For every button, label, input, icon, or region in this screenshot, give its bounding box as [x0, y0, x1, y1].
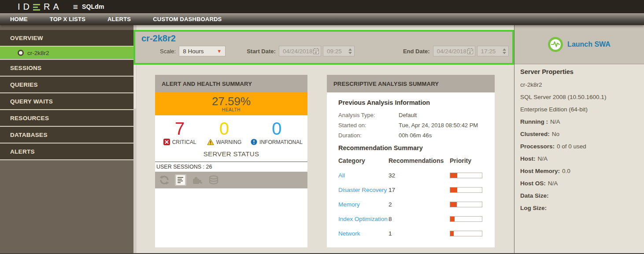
column-priority: Priority [450, 157, 485, 164]
launch-swa-label: Launch SWA [567, 40, 611, 48]
start-time-spinner[interactable] [348, 48, 352, 54]
sidebar: OVERVIEW cr-2k8r2 SESSIONS QUERIES QUERY… [0, 25, 133, 253]
logo-text-suffix: RA [44, 2, 62, 12]
server-status-label: SERVER STATUS [155, 150, 307, 158]
top-bar: ID RA ≡ SQLdm [0, 0, 644, 13]
critical-label: CRITICAL [172, 139, 196, 145]
nav-alerts[interactable]: ALERTS [107, 16, 131, 22]
nav-custom-dashboards[interactable]: CUSTOM DASHBOARDS [153, 16, 222, 22]
column-category: Category [338, 157, 389, 164]
alert-counts: 7 CRITICAL 0 WARNING 0 [155, 115, 307, 145]
start-date-label: Start Date: [247, 48, 276, 55]
sidebar-item-label: ALERTS [10, 148, 35, 155]
prescriptive-analysis-panel: PRESCRIPTIVE ANALYSIS SUMMARY Previous A… [327, 75, 495, 247]
refresh-icon[interactable] [159, 175, 170, 185]
start-time-input-wrap [323, 46, 355, 56]
category-link-all[interactable]: All [338, 172, 389, 179]
sidebar-item-alerts[interactable]: ALERTS [0, 144, 133, 160]
recommendation-row: All 32 [338, 172, 495, 179]
recommendation-table-header: Category Recommendations Priority [338, 157, 495, 164]
nav-home[interactable]: HOME [10, 16, 28, 22]
sidebar-item-label: SESSIONS [10, 65, 41, 71]
end-calendar-icon[interactable] [467, 48, 473, 54]
sidebar-item-overview[interactable]: OVERVIEW [0, 30, 133, 47]
end-time-spinner[interactable] [503, 48, 506, 54]
critical-count: 7 [175, 119, 185, 138]
priority-bar [450, 173, 482, 178]
nav-top-x-lists[interactable]: TOP X LISTS [50, 16, 85, 22]
main-content: cr-2k8r2 Scale: 8 Hours ▼ Start Date: [137, 25, 514, 253]
category-link-network[interactable]: Network [338, 230, 389, 237]
scale-dropdown[interactable]: 8 Hours ▼ [179, 46, 226, 56]
warning-icon [207, 139, 214, 145]
critical-icon [163, 139, 170, 145]
start-time-input[interactable] [323, 48, 348, 55]
end-date-label: End Date: [403, 48, 430, 55]
start-date-input[interactable] [279, 48, 313, 55]
user-sessions: USER SESSIONS : 26 [155, 162, 307, 172]
hamburger-menu-icon[interactable]: ≡ [73, 3, 78, 11]
property-server-name: cr-2k8r2 [520, 81, 640, 88]
duration-row: Duration: 00h 06m 46s [338, 132, 495, 139]
health-band: 27.59% HEALTH [155, 92, 307, 115]
database-icon[interactable] [208, 175, 220, 185]
started-on-row: Started on: Tue, Apr 24, 2018 08:50:42 P… [338, 122, 495, 129]
sidebar-item-databases[interactable]: DATABASES [0, 127, 133, 144]
recommendation-row: Memory 2 [338, 201, 495, 208]
priority-bar [450, 216, 482, 222]
logo-text-prefix: ID [18, 2, 33, 12]
column-recommendations: Recommendations [389, 157, 450, 164]
main-nav: HOME TOP X LISTS ALERTS CUSTOM DASHBOARD… [0, 13, 644, 25]
health-label: HEALTH [222, 107, 241, 112]
page-title: cr-2k8r2 [141, 33, 512, 44]
property-sql-version: SQL Server 2008 (10.50.1600.1) [520, 94, 640, 100]
informational-group: 0 INFORMATIONAL [248, 119, 306, 145]
server-properties-section: Server Properties cr-2k8r2 SQL Server 20… [514, 64, 644, 253]
property-clustered: Clustered:No [520, 131, 640, 137]
alert-health-summary-panel: ALERT AND HEALTH SUMMARY 27.59% HEALTH 7… [155, 75, 307, 247]
warning-group: 0 WARNING [202, 119, 247, 145]
end-date-input[interactable] [433, 48, 467, 55]
alert-panel-footer [155, 172, 307, 188]
sidebar-item-server-cr-2k8r2[interactable]: cr-2k8r2 [0, 47, 133, 60]
sidebar-item-label: OVERVIEW [10, 35, 43, 41]
sidebar-item-resources[interactable]: RESOURCES [0, 110, 133, 127]
server-properties-heading: Server Properties [520, 68, 640, 75]
report-icon[interactable] [175, 174, 186, 186]
category-link-memory[interactable]: Memory [338, 201, 389, 208]
sidebar-item-label: QUERIES [10, 81, 38, 88]
previous-analysis-heading: Previous Analysis Information [338, 99, 495, 106]
recommendation-row: Disaster Recovery 17 [338, 187, 495, 193]
category-link-index-optimization[interactable]: Index Optimization [338, 216, 389, 222]
end-date-group: End Date: [403, 46, 509, 56]
scale-label: Scale: [160, 48, 176, 55]
recommendation-summary-heading: Recommendation Summary [338, 144, 495, 151]
recommendation-row: Index Optimization 8 [338, 216, 495, 222]
sidebar-item-label: cr-2k8r2 [27, 50, 49, 56]
sidebar-item-queries[interactable]: QUERIES [0, 77, 133, 93]
end-time-input-wrap [477, 46, 509, 56]
start-date-group: Start Date: [247, 46, 355, 56]
property-host-os: Host OS:N/A [520, 180, 640, 187]
health-percentage: 27.59% [212, 96, 251, 107]
sidebar-item-query-waits[interactable]: QUERY WAITS [0, 93, 133, 110]
priority-bar [450, 202, 482, 207]
priority-bar [450, 231, 482, 236]
warning-count: 0 [219, 119, 229, 138]
prescriptive-panel-header: PRESCRIPTIVE ANALYSIS SUMMARY [327, 75, 495, 92]
end-time-input[interactable] [477, 48, 502, 55]
logo-e-bars-icon [33, 4, 40, 11]
puzzle-icon[interactable] [192, 175, 203, 185]
start-calendar-icon[interactable] [313, 48, 319, 54]
property-data-size: Data Size: [520, 192, 640, 199]
launch-swa-button[interactable]: Launch SWA [514, 25, 644, 64]
right-panel: Launch SWA Server Properties cr-2k8r2 SQ… [514, 25, 644, 253]
scale-value: 8 Hours [183, 48, 204, 55]
time-controls: Scale: 8 Hours ▼ Start Date: [160, 46, 512, 56]
sidebar-item-label: RESOURCES [10, 115, 49, 121]
scrollbar-thumb[interactable] [134, 61, 136, 109]
alert-panel-header: ALERT AND HEALTH SUMMARY [155, 75, 307, 92]
property-running: Running :N/A [520, 118, 640, 125]
category-link-disaster-recovery[interactable]: Disaster Recovery [338, 187, 389, 193]
sidebar-item-sessions[interactable]: SESSIONS [0, 60, 133, 77]
